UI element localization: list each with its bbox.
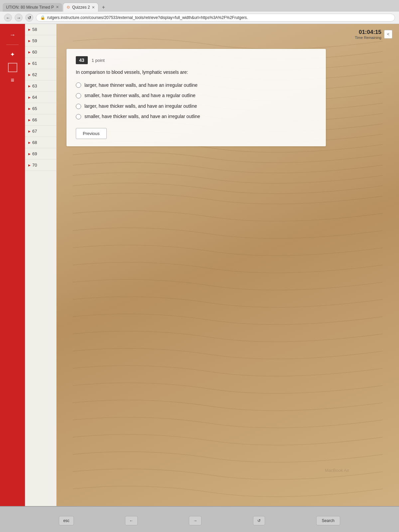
tab2-close[interactable]: ✕ bbox=[92, 5, 95, 10]
reload-key[interactable]: ↺ bbox=[253, 516, 265, 525]
arrow-icon: ▶ bbox=[28, 96, 31, 99]
address-text: rutgers.instructure.com/courses/207533/e… bbox=[47, 15, 248, 20]
question-num-label: 66 bbox=[32, 117, 37, 122]
browser-chrome: UTION: 80 Minute Timed P ✕ ⚙ Quizzes 2 ✕… bbox=[0, 0, 399, 24]
new-tab-button[interactable]: + bbox=[99, 3, 107, 12]
question-num-label: 68 bbox=[32, 140, 37, 145]
question-num-item[interactable]: ▶ 70 bbox=[25, 160, 56, 171]
question-numbers-sidebar: ▶ 58 ▶ 59 ▶ 60 ▶ 61 ▶ 62 ▶ 63 ▶ 64 ▶ 65 bbox=[25, 24, 57, 506]
browser-tab-active[interactable]: ⚙ Quizzes 2 ✕ bbox=[63, 3, 98, 12]
question-card: 43 1 point In comparison to blood vessel… bbox=[66, 49, 326, 146]
arrow-icon: ▶ bbox=[28, 130, 31, 133]
keyboard-area: esc ← → ↺ Search bbox=[0, 506, 399, 532]
answer-radio-3[interactable] bbox=[76, 104, 81, 109]
answer-option-3[interactable]: larger, have thicker walls, and have an … bbox=[76, 103, 317, 110]
back-key[interactable]: ← bbox=[125, 516, 138, 525]
timer-container: 01:04:15 Time Remaining < bbox=[355, 29, 392, 40]
question-header: 43 1 point bbox=[76, 56, 317, 64]
question-num-label: 64 bbox=[32, 95, 37, 100]
answer-radio-2[interactable] bbox=[76, 93, 81, 98]
gear-icon: ⚙ bbox=[66, 5, 70, 10]
question-num-item[interactable]: ▶ 64 bbox=[25, 92, 56, 103]
lock-icon: 🔒 bbox=[40, 15, 45, 20]
arrow-icon: ▶ bbox=[28, 28, 31, 31]
address-bar-row: ← → ↺ 🔒 rutgers.instructure.com/courses/… bbox=[0, 12, 399, 24]
nav-back-button[interactable]: ← bbox=[4, 14, 12, 22]
macbook-label: MacBook Air bbox=[325, 468, 349, 473]
answer-label-3: larger, have thicker walls, and have an … bbox=[84, 103, 197, 110]
question-num-label: 58 bbox=[32, 27, 37, 32]
answer-label-1: larger, have thinner walls, and have an … bbox=[84, 82, 198, 89]
nav-forward-button[interactable]: → bbox=[15, 14, 23, 22]
arrow-right-icon[interactable]: → bbox=[7, 29, 18, 41]
timer-collapse-button[interactable]: < bbox=[384, 30, 392, 39]
question-num-item[interactable]: ▶ 61 bbox=[25, 58, 56, 69]
question-num-label: 60 bbox=[32, 50, 37, 55]
arrow-icon: ▶ bbox=[28, 39, 31, 43]
arrow-icon: ▶ bbox=[28, 51, 31, 54]
tab1-close[interactable]: ✕ bbox=[56, 5, 59, 9]
bookmark-icon[interactable]: ✦ bbox=[7, 48, 18, 61]
question-num-label: 59 bbox=[32, 38, 37, 43]
question-num-label: 69 bbox=[32, 151, 37, 156]
browser-tabs: UTION: 80 Minute Timed P ✕ ⚙ Quizzes 2 ✕… bbox=[0, 0, 399, 12]
content-wrapper: 43 1 point In comparison to blood vessel… bbox=[66, 49, 389, 146]
browser-tab-inactive[interactable]: UTION: 80 Minute Timed P ✕ bbox=[3, 3, 62, 12]
timer-display: 01:04:15 Time Remaining bbox=[355, 29, 381, 40]
arrow-icon: ▶ bbox=[28, 164, 31, 167]
esc-key[interactable]: esc bbox=[59, 516, 74, 525]
answer-label-4: smaller, have thicker walls, and have an… bbox=[84, 113, 200, 120]
search-key[interactable]: Search bbox=[316, 516, 340, 525]
arrow-icon: ▶ bbox=[28, 84, 31, 88]
question-num-item[interactable]: ▶ 59 bbox=[25, 35, 56, 47]
address-input[interactable]: 🔒 rutgers.instructure.com/courses/207533… bbox=[36, 14, 395, 22]
previous-button[interactable]: Previous bbox=[76, 128, 107, 139]
question-num-item[interactable]: ▶ 63 bbox=[25, 80, 56, 92]
tab2-label: Quizzes 2 bbox=[72, 5, 90, 10]
question-num-label: 70 bbox=[32, 163, 37, 168]
red-sidebar: → ✦ ≡ bbox=[0, 24, 25, 506]
sidebar-divider bbox=[6, 45, 19, 45]
question-num-label: 67 bbox=[32, 129, 37, 134]
answer-radio-4[interactable] bbox=[76, 114, 81, 119]
question-num-item[interactable]: ▶ 62 bbox=[25, 69, 56, 80]
question-num-item[interactable]: ▶ 66 bbox=[25, 114, 56, 126]
question-points: 1 point bbox=[92, 58, 105, 63]
answer-label-2: smaller, have thinner walls, and have a … bbox=[84, 92, 196, 99]
question-num-item[interactable]: ▶ 67 bbox=[25, 126, 56, 137]
question-num-item[interactable]: ▶ 58 bbox=[25, 24, 56, 35]
nav-reload-button[interactable]: ↺ bbox=[25, 14, 33, 22]
timer-time: 01:04:15 bbox=[355, 29, 381, 36]
arrow-icon: ▶ bbox=[28, 152, 31, 156]
square-icon[interactable] bbox=[8, 63, 17, 72]
list-icon[interactable]: ≡ bbox=[8, 74, 17, 86]
arrow-icon: ▶ bbox=[28, 62, 31, 65]
question-num-label: 63 bbox=[32, 83, 37, 88]
question-text: In comparison to blood vessels, lymphati… bbox=[76, 69, 317, 76]
timer-label: Time Remaining bbox=[355, 36, 381, 40]
question-num-item[interactable]: ▶ 68 bbox=[25, 137, 56, 148]
question-num-item[interactable]: ▶ 69 bbox=[25, 148, 56, 160]
arrow-icon: ▶ bbox=[28, 118, 31, 122]
answer-options-group: larger, have thinner walls, and have an … bbox=[76, 82, 317, 120]
arrow-icon: ▶ bbox=[28, 73, 31, 76]
arrow-icon: ▶ bbox=[28, 107, 31, 110]
question-num-item[interactable]: ▶ 60 bbox=[25, 47, 56, 58]
app-layout: → ✦ ≡ ▶ 58 ▶ 59 ▶ 60 ▶ 61 ▶ 62 ▶ 63 bbox=[0, 24, 399, 506]
arrow-icon: ▶ bbox=[28, 141, 31, 144]
answer-option-1[interactable]: larger, have thinner walls, and have an … bbox=[76, 82, 317, 89]
question-num-label: 65 bbox=[32, 106, 37, 111]
question-num-item[interactable]: ▶ 65 bbox=[25, 103, 56, 114]
tab1-label: UTION: 80 Minute Timed P bbox=[6, 5, 54, 10]
main-content-area: 01:04:15 Time Remaining < 43 1 point In … bbox=[57, 24, 399, 506]
answer-radio-1[interactable] bbox=[76, 82, 81, 88]
question-num-label: 62 bbox=[32, 72, 37, 77]
question-number-badge: 43 bbox=[76, 56, 88, 64]
forward-key[interactable]: → bbox=[189, 516, 201, 525]
question-num-label: 61 bbox=[32, 61, 37, 66]
answer-option-2[interactable]: smaller, have thinner walls, and have a … bbox=[76, 92, 317, 99]
answer-option-4[interactable]: smaller, have thicker walls, and have an… bbox=[76, 113, 317, 120]
